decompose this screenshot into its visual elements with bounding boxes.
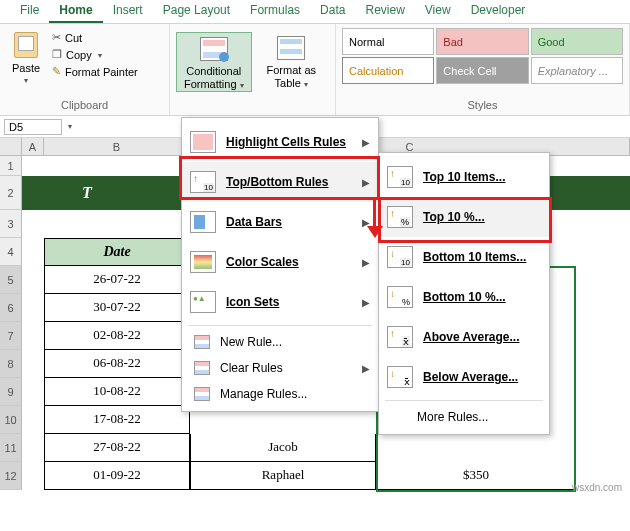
tab-home[interactable]: Home — [49, 0, 102, 23]
menu-color-scales[interactable]: Color Scales ▶ — [182, 242, 378, 282]
conditional-formatting-button[interactable]: Conditional Formatting ▾ — [176, 32, 252, 92]
menu-label: Bottom 10 %... — [423, 290, 541, 304]
menu-data-bars[interactable]: Data Bars ▶ — [182, 202, 378, 242]
style-check-cell[interactable]: Check Cell — [436, 57, 528, 84]
menu-highlight-cells[interactable]: Highlight Cells Rules ▶ — [182, 122, 378, 162]
copy-icon — [52, 48, 62, 61]
icon-sets-icon — [190, 291, 216, 313]
cell[interactable]: Raphael — [190, 462, 376, 490]
chevron-down-icon: ▾ — [24, 76, 28, 85]
menu-label: Color Scales — [226, 255, 362, 269]
menu-label: Bottom 10 Items... — [423, 250, 541, 264]
paste-button[interactable]: Paste ▾ — [6, 28, 46, 97]
cell[interactable]: 30-07-22 — [44, 294, 190, 322]
tab-file[interactable]: File — [10, 0, 49, 23]
chevron-down-icon[interactable]: ▾ — [66, 122, 74, 131]
tab-view[interactable]: View — [415, 0, 461, 23]
style-explanatory[interactable]: Explanatory ... — [531, 57, 623, 84]
menu-top10-items[interactable]: Top 10 Items... — [379, 157, 549, 197]
chevron-right-icon: ▶ — [362, 137, 370, 148]
menu-clear-rules[interactable]: Clear Rules ▶ — [182, 355, 378, 381]
cell[interactable]: 27-08-22 — [44, 434, 190, 462]
cell-styles-gallery[interactable]: Normal Bad Good Calculation Check Cell E… — [342, 28, 623, 84]
chevron-right-icon: ▶ — [362, 363, 370, 374]
conditional-formatting-menu: Highlight Cells Rules ▶ Top/Bottom Rules… — [181, 117, 379, 412]
menu-top10-pct[interactable]: Top 10 %... — [379, 197, 549, 237]
copy-label: Copy — [66, 49, 92, 61]
ft-label: Format as Table ▾ — [256, 64, 327, 90]
tab-review[interactable]: Review — [355, 0, 414, 23]
cut-label: Cut — [65, 32, 82, 44]
cell[interactable]: 17-08-22 — [44, 406, 190, 434]
style-normal[interactable]: Normal — [342, 28, 434, 55]
col-header-a[interactable]: A — [22, 138, 44, 155]
tab-page-layout[interactable]: Page Layout — [153, 0, 240, 23]
menu-more-rules[interactable]: More Rules... — [379, 404, 549, 430]
row-header[interactable]: 11 — [0, 434, 22, 462]
style-bad[interactable]: Bad — [436, 28, 528, 55]
menu-label: New Rule... — [220, 335, 370, 349]
row-header[interactable]: 2 — [0, 176, 22, 210]
chevron-right-icon: ▶ — [362, 177, 370, 188]
format-as-table-icon — [277, 36, 305, 60]
row-header[interactable]: 8 — [0, 350, 22, 378]
group-clipboard: Paste ▾ Cut Copy▾ Format Painter Clipboa… — [0, 24, 170, 115]
top-bottom-submenu: Top 10 Items... Top 10 %... Bottom 10 It… — [378, 152, 550, 435]
row-header[interactable]: 10 — [0, 406, 22, 434]
style-good[interactable]: Good — [531, 28, 623, 55]
format-as-table-button[interactable]: Format as Table ▾ — [254, 32, 329, 92]
menu-below-average[interactable]: Below Average... — [379, 357, 549, 397]
menu-label: More Rules... — [417, 410, 541, 424]
cell[interactable]: 02-08-22 — [44, 322, 190, 350]
group-cf: Conditional Formatting ▾ Format as Table… — [170, 24, 336, 115]
row-header[interactable]: 4 — [0, 238, 22, 266]
menu-bottom10-items[interactable]: Bottom 10 Items... — [379, 237, 549, 277]
chevron-right-icon: ▶ — [362, 257, 370, 268]
ribbon-tabs: File Home Insert Page Layout Formulas Da… — [0, 0, 630, 24]
header-date[interactable]: Date — [44, 238, 190, 266]
menu-label: Top 10 %... — [423, 210, 541, 224]
cell[interactable]: $350 — [376, 462, 576, 490]
tab-developer[interactable]: Developer — [461, 0, 536, 23]
cell[interactable]: Jacob — [190, 434, 376, 462]
row-header[interactable]: 6 — [0, 294, 22, 322]
tab-formulas[interactable]: Formulas — [240, 0, 310, 23]
copy-button[interactable]: Copy▾ — [50, 47, 140, 62]
menu-bottom10-pct[interactable]: Bottom 10 %... — [379, 277, 549, 317]
bot10pct-icon — [387, 286, 413, 308]
row-header[interactable]: 12 — [0, 462, 22, 490]
tab-insert[interactable]: Insert — [103, 0, 153, 23]
menu-label: Top 10 Items... — [423, 170, 541, 184]
menu-label: Below Average... — [423, 370, 541, 384]
brush-icon — [52, 65, 61, 78]
menu-manage-rules[interactable]: Manage Rules... — [182, 381, 378, 407]
tab-data[interactable]: Data — [310, 0, 355, 23]
cell[interactable]: 10-08-22 — [44, 378, 190, 406]
menu-icon-sets[interactable]: Icon Sets ▶ — [182, 282, 378, 322]
row-header[interactable]: 5 — [0, 266, 22, 294]
cell[interactable]: 01-09-22 — [44, 462, 190, 490]
name-box[interactable] — [4, 119, 62, 135]
style-calculation[interactable]: Calculation — [342, 57, 434, 84]
format-painter-button[interactable]: Format Painter — [50, 64, 140, 79]
menu-label: Above Average... — [423, 330, 541, 344]
menu-label: Manage Rules... — [220, 387, 370, 401]
group-styles: Normal Bad Good Calculation Check Cell E… — [336, 24, 630, 115]
row-header[interactable]: 7 — [0, 322, 22, 350]
menu-label: Top/Bottom Rules — [226, 175, 362, 189]
cell[interactable]: 26-07-22 — [44, 266, 190, 294]
row-header[interactable]: 3 — [0, 210, 22, 238]
row-header[interactable]: 1 — [0, 156, 22, 176]
top10-icon — [387, 166, 413, 188]
menu-above-average[interactable]: Above Average... — [379, 317, 549, 357]
menu-top-bottom[interactable]: Top/Bottom Rules ▶ — [182, 162, 378, 202]
cut-button[interactable]: Cut — [50, 30, 140, 45]
row-headers: 1 2 3 4 5 6 7 8 9 10 11 12 — [0, 156, 22, 490]
col-header-b[interactable]: B — [44, 138, 190, 155]
menu-new-rule[interactable]: New Rule... — [182, 329, 378, 355]
color-scales-icon — [190, 251, 216, 273]
cell[interactable]: 06-08-22 — [44, 350, 190, 378]
top-bottom-icon — [190, 171, 216, 193]
chevron-down-icon: ▾ — [98, 51, 102, 60]
row-header[interactable]: 9 — [0, 378, 22, 406]
